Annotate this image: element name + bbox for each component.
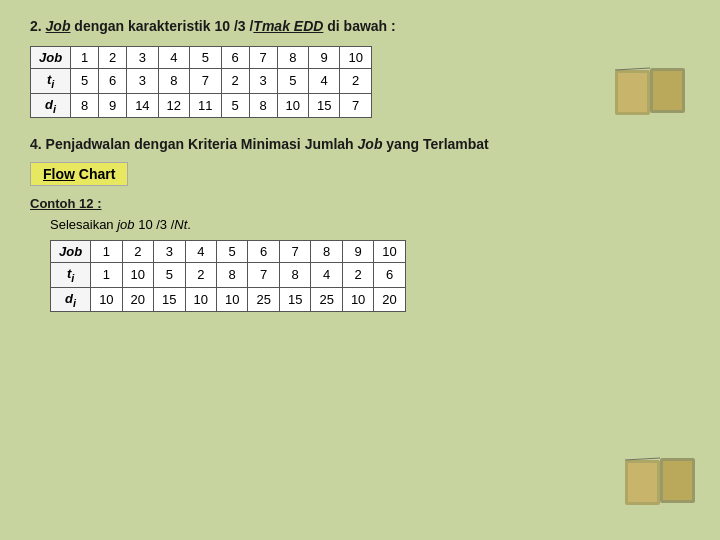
table-row: ti 1 10 5 2 8 7 8 4 2 6 <box>51 263 406 288</box>
book-decoration-top <box>610 60 690 120</box>
table-cell: di <box>51 287 91 312</box>
flow-text: Flow <box>43 166 75 182</box>
section4-table-wrapper: Job 1 2 3 4 5 6 7 8 9 10 ti 1 10 5 2 8 7… <box>50 240 690 312</box>
table-cell: 25 <box>248 287 279 312</box>
table-cell: 7 <box>340 93 371 118</box>
selesaikan-text: Selesaikan job 10 /3 /Nt. <box>50 217 690 232</box>
table-cell: Job <box>51 241 91 263</box>
table-cell: 6 <box>99 69 127 94</box>
table-cell: 7 <box>248 263 279 288</box>
table-cell: 4 <box>185 241 216 263</box>
table-cell: 3 <box>249 69 277 94</box>
table-cell: 20 <box>374 287 405 312</box>
table-cell: ti <box>51 263 91 288</box>
table-cell: 9 <box>99 93 127 118</box>
table-row: ti 5 6 3 8 7 2 3 5 4 2 <box>31 69 372 94</box>
flow-chart-button[interactable]: Flow Chart <box>30 162 128 186</box>
book-decoration-bottom <box>620 450 700 510</box>
svg-line-4 <box>615 68 650 70</box>
section2-table: Job 1 2 3 4 5 6 7 8 9 10 ti 5 6 3 8 7 2 … <box>30 46 372 118</box>
table-cell: 8 <box>217 263 248 288</box>
table-cell: 10 <box>122 263 153 288</box>
table-cell: 25 <box>311 287 342 312</box>
table-cell: 15 <box>154 287 185 312</box>
table-cell: 8 <box>311 241 342 263</box>
svg-rect-3 <box>653 71 682 110</box>
table-cell: 12 <box>158 93 189 118</box>
table-cell: 10 <box>277 93 308 118</box>
table-cell: 8 <box>277 47 308 69</box>
table-cell: 10 <box>91 287 122 312</box>
table-cell: 10 <box>217 287 248 312</box>
table-cell: 2 <box>342 263 373 288</box>
table-cell: 2 <box>221 69 249 94</box>
table-row: Job 1 2 3 4 5 6 7 8 9 10 <box>51 241 406 263</box>
table-cell: 4 <box>311 263 342 288</box>
table-cell: 1 <box>91 241 122 263</box>
table-cell: Job <box>31 47 71 69</box>
svg-line-9 <box>625 458 660 460</box>
chart-text: Chart <box>75 166 115 182</box>
table-cell: 7 <box>249 47 277 69</box>
section2-title: 2. Job dengan karakteristik 10 /3 /Tmak … <box>30 18 690 34</box>
table-row: di 8 9 14 12 11 5 8 10 15 7 <box>31 93 372 118</box>
page: 2. Job dengan karakteristik 10 /3 /Tmak … <box>0 0 720 540</box>
table-row: Job 1 2 3 4 5 6 7 8 9 10 <box>31 47 372 69</box>
table-cell: 5 <box>277 69 308 94</box>
table-cell: 8 <box>158 69 189 94</box>
table-cell: 4 <box>158 47 189 69</box>
table-cell: 10 <box>340 47 371 69</box>
table-cell: 3 <box>127 47 158 69</box>
table-cell: 6 <box>221 47 249 69</box>
table-cell: 8 <box>249 93 277 118</box>
table-cell: 4 <box>309 69 340 94</box>
table-cell: 2 <box>340 69 371 94</box>
table-cell: 10 <box>374 241 405 263</box>
table-cell: 5 <box>217 241 248 263</box>
table-cell: 5 <box>190 47 221 69</box>
table-cell: 8 <box>279 263 310 288</box>
section4-title: 4. Penjadwalan dengan Kriteria Minimasi … <box>30 136 690 152</box>
table-cell: 6 <box>374 263 405 288</box>
table-cell: 20 <box>122 287 153 312</box>
table-cell: 14 <box>127 93 158 118</box>
table-cell: 2 <box>122 241 153 263</box>
table-cell: 9 <box>342 241 373 263</box>
svg-rect-1 <box>618 73 647 112</box>
table-cell: 11 <box>190 93 221 118</box>
table-cell: di <box>31 93 71 118</box>
section2-table-wrapper: Job 1 2 3 4 5 6 7 8 9 10 ti 5 6 3 8 7 2 … <box>30 46 690 118</box>
table-cell: 15 <box>279 287 310 312</box>
table-cell: 15 <box>309 93 340 118</box>
table-cell: 8 <box>71 93 99 118</box>
table-cell: 1 <box>91 263 122 288</box>
table-cell: ti <box>31 69 71 94</box>
table-cell: 2 <box>185 263 216 288</box>
table-row: di 10 20 15 10 10 25 15 25 10 20 <box>51 287 406 312</box>
table-cell: 7 <box>190 69 221 94</box>
table-cell: 1 <box>71 47 99 69</box>
table-cell: 6 <box>248 241 279 263</box>
table-cell: 10 <box>185 287 216 312</box>
table-cell: 9 <box>309 47 340 69</box>
table-cell: 5 <box>154 263 185 288</box>
table-cell: 3 <box>154 241 185 263</box>
table-cell: 2 <box>99 47 127 69</box>
table-cell: 7 <box>279 241 310 263</box>
contoh-label: Contoh 12 : <box>30 196 690 211</box>
table-cell: 10 <box>342 287 373 312</box>
svg-rect-6 <box>628 463 657 502</box>
table-cell: 5 <box>71 69 99 94</box>
table-cell: 5 <box>221 93 249 118</box>
section4-table: Job 1 2 3 4 5 6 7 8 9 10 ti 1 10 5 2 8 7… <box>50 240 406 312</box>
svg-rect-8 <box>663 461 692 500</box>
table-cell: 3 <box>127 69 158 94</box>
